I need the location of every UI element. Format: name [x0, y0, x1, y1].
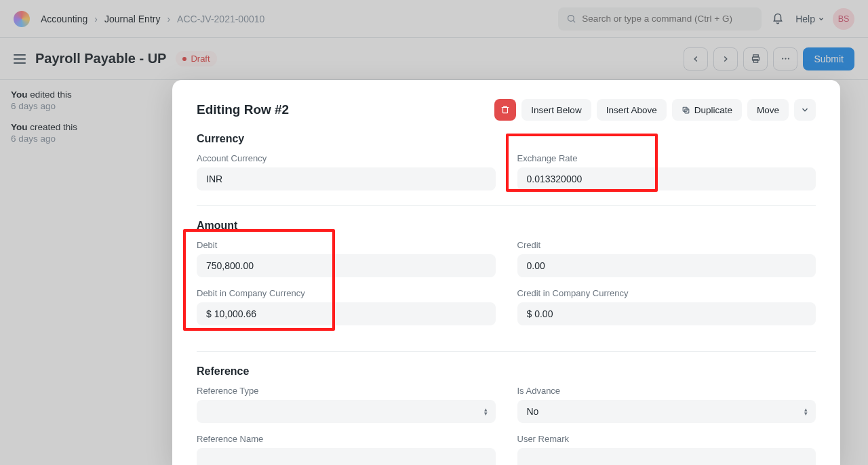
search-input-wrapper[interactable]: [558, 7, 762, 31]
label-credit: Credit: [517, 240, 816, 250]
account-currency-input[interactable]: [206, 174, 486, 184]
label-is-advance: Is Advance: [517, 386, 816, 396]
exchange-rate-field[interactable]: [517, 167, 816, 190]
account-currency-field[interactable]: [197, 167, 496, 190]
credit-input[interactable]: [527, 260, 807, 271]
label-credit-company: Credit in Company Currency: [517, 288, 816, 298]
chevron-down-icon: [800, 105, 810, 115]
exchange-rate-input[interactable]: [527, 174, 807, 184]
delete-row-button[interactable]: [494, 99, 516, 121]
label-exchange-rate: Exchange Rate: [517, 153, 816, 163]
collapse-button[interactable]: [794, 99, 816, 121]
modal-title: Editing Row #2: [197, 102, 289, 117]
label-account-currency: Account Currency: [197, 153, 496, 163]
debit-input[interactable]: [206, 260, 486, 271]
label-debit: Debit: [197, 240, 496, 250]
timeline-sidebar: You edited this 6 days ago You created t…: [0, 80, 149, 164]
timeline-edited-time: 6 days ago: [11, 101, 138, 111]
help-label: Help: [795, 14, 815, 24]
svg-point-7: [788, 58, 789, 59]
timeline-created-time: 6 days ago: [11, 134, 138, 144]
notifications-button[interactable]: [767, 8, 789, 30]
avatar[interactable]: BS: [833, 8, 854, 30]
submit-button[interactable]: Submit: [803, 47, 854, 70]
prev-button[interactable]: [684, 47, 708, 70]
breadcrumb-l1[interactable]: Accounting: [41, 14, 87, 24]
trash-icon: [500, 105, 510, 115]
debit-company-input[interactable]: [206, 308, 486, 319]
is-advance-select[interactable]: ▴▾: [517, 400, 816, 423]
chevron-left-icon: [691, 54, 701, 64]
divider: [197, 351, 816, 352]
select-caret-icon: ▴▾: [804, 407, 808, 416]
page-title: Payroll Payable - UP: [35, 51, 166, 66]
reference-name-field[interactable]: [197, 448, 496, 465]
credit-company-input[interactable]: [527, 308, 807, 319]
user-remark-input[interactable]: [527, 454, 807, 465]
label-reference-name: Reference Name: [197, 434, 496, 444]
svg-line-1: [574, 20, 576, 22]
label-reference-type: Reference Type: [197, 386, 496, 396]
duplicate-button[interactable]: Duplicate: [672, 99, 742, 121]
divider: [197, 205, 816, 206]
section-reference: Reference: [197, 365, 816, 378]
chevron-right-icon: ›: [94, 14, 98, 24]
search-input[interactable]: [582, 14, 753, 24]
is-advance-input[interactable]: [527, 406, 807, 417]
next-button[interactable]: [713, 47, 738, 70]
svg-rect-8: [503, 108, 508, 113]
chevron-right-icon: ›: [167, 14, 170, 24]
credit-company-field[interactable]: [517, 302, 816, 325]
chevron-down-icon: [818, 16, 825, 22]
label-user-remark: User Remark: [517, 434, 816, 444]
more-actions-button[interactable]: [773, 47, 797, 70]
insert-below-button[interactable]: Insert Below: [521, 99, 591, 121]
status-text: Draft: [191, 54, 210, 64]
page-header: Payroll Payable - UP Draft Submit: [0, 38, 868, 80]
svg-point-6: [785, 58, 786, 59]
row-edit-modal: Editing Row #2 Insert Below Insert Above…: [172, 80, 840, 465]
credit-field[interactable]: [517, 254, 816, 277]
status-badge: Draft: [176, 51, 216, 66]
printer-icon: [751, 54, 761, 64]
breadcrumb: Accounting › Journal Entry › ACC-JV-2021…: [41, 14, 264, 24]
topbar: Accounting › Journal Entry › ACC-JV-2021…: [0, 0, 868, 38]
help-menu[interactable]: Help: [795, 14, 825, 24]
timeline-created: You created this: [11, 122, 138, 132]
section-amount: Amount: [197, 220, 816, 232]
dots-icon: [781, 54, 791, 64]
insert-above-button[interactable]: Insert Above: [597, 99, 667, 121]
print-button[interactable]: [743, 47, 768, 70]
reference-name-input[interactable]: [206, 454, 486, 465]
chevron-right-icon: [721, 54, 730, 64]
timeline-edited: You edited this: [11, 89, 138, 100]
select-caret-icon: ▴▾: [484, 407, 488, 416]
move-button[interactable]: Move: [747, 99, 789, 121]
status-dot: [182, 57, 186, 61]
svg-point-5: [782, 58, 783, 59]
debit-company-field[interactable]: [197, 302, 496, 325]
duplicate-icon: [682, 106, 690, 115]
user-remark-field[interactable]: [517, 448, 816, 465]
reference-type-select[interactable]: ▴▾: [197, 400, 496, 423]
breadcrumb-current: ACC-JV-2021-00010: [177, 14, 264, 24]
sidebar-toggle[interactable]: [14, 54, 26, 64]
app-logo[interactable]: [14, 11, 30, 27]
search-icon: [566, 14, 576, 24]
bell-icon: [772, 13, 784, 25]
section-currency: Currency: [197, 133, 816, 145]
reference-type-input[interactable]: [206, 406, 486, 417]
label-debit-company: Debit in Company Currency: [197, 288, 496, 298]
debit-field[interactable]: [197, 254, 496, 277]
breadcrumb-l2[interactable]: Journal Entry: [104, 14, 160, 24]
svg-point-0: [568, 16, 574, 22]
